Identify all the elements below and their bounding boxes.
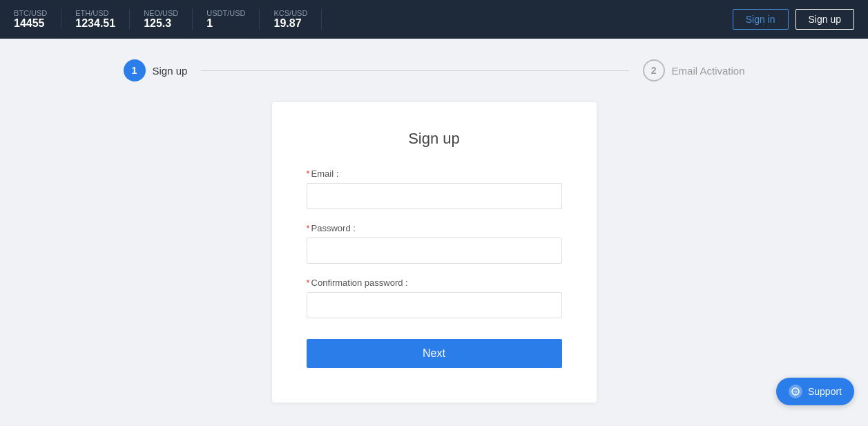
ticker-usdtusd-label: USDT/USD [206, 9, 245, 17]
support-icon: ? [789, 385, 802, 398]
form-title: Sign up [307, 130, 562, 148]
ticker-ethusd-value: 1234.51 [75, 17, 115, 30]
email-group: *Email : [307, 168, 562, 209]
confirm-password-input[interactable] [307, 292, 562, 318]
header-actions: Sign in Sign up [733, 9, 854, 30]
support-button[interactable]: ? Support [776, 378, 854, 405]
step-2: 2 Email Activation [643, 59, 745, 81]
password-group: *Password : [307, 223, 562, 264]
ticker-btcusd-value: 14455 [14, 17, 47, 30]
email-input[interactable] [307, 183, 562, 209]
stepper: 1 Sign up 2 Email Activation [124, 59, 745, 81]
confirm-password-group: *Confirmation password : [307, 278, 562, 318]
email-required-star: * [307, 168, 310, 179]
ticker-kcsusd: KCS/USD 19.87 [260, 9, 322, 30]
main-content: 1 Sign up 2 Email Activation Sign up *Em… [0, 39, 868, 423]
ticker-ethusd-label: ETH/USD [75, 9, 115, 17]
support-label: Support [808, 386, 842, 397]
signin-button[interactable]: Sign in [733, 9, 789, 30]
signup-form-card: Sign up *Email : *Password : *Confirmati… [272, 102, 597, 403]
step2-label: Email Activation [672, 65, 745, 77]
confirm-password-label: *Confirmation password : [307, 278, 562, 288]
email-label: *Email : [307, 168, 562, 179]
ticker-btcusd: BTC/USD 14455 [14, 9, 61, 30]
signup-button[interactable]: Sign up [795, 9, 854, 30]
ticker-neousd-label: NEO/USD [144, 9, 178, 17]
step-connector [201, 70, 628, 71]
ticker-kcsusd-label: KCS/USD [273, 9, 307, 17]
next-button[interactable]: Next [307, 339, 562, 368]
password-input[interactable] [307, 238, 562, 264]
step-1: 1 Sign up [124, 59, 188, 81]
step2-circle: 2 [643, 59, 665, 81]
password-required-star: * [307, 223, 310, 233]
ticker-usdtusd: USDT/USD 1 [193, 9, 260, 30]
ticker-list: BTC/USD 14455 ETH/USD 1234.51 NEO/USD 12… [14, 9, 733, 30]
ticker-neousd-value: 125.3 [144, 17, 178, 30]
svg-text:?: ? [794, 389, 798, 396]
ticker-kcsusd-value: 19.87 [273, 17, 307, 30]
ticker-btcusd-label: BTC/USD [14, 9, 47, 17]
ticker-neousd: NEO/USD 125.3 [130, 9, 193, 30]
ticker-ethusd: ETH/USD 1234.51 [61, 9, 130, 30]
password-label: *Password : [307, 223, 562, 233]
ticker-usdtusd-value: 1 [206, 17, 245, 30]
header: BTC/USD 14455 ETH/USD 1234.51 NEO/USD 12… [0, 0, 868, 39]
step1-label: Sign up [153, 65, 188, 77]
step1-circle: 1 [124, 59, 146, 81]
confirm-required-star: * [307, 278, 310, 288]
